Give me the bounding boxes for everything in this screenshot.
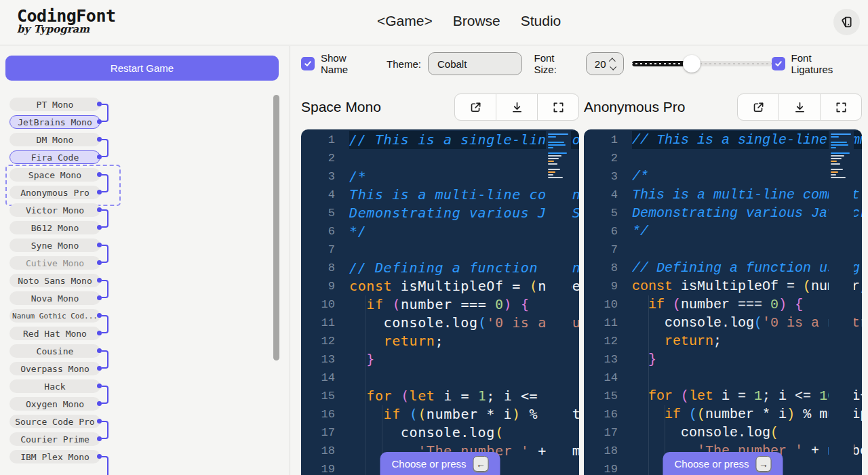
choose-left-button[interactable]: Choose or press ←	[380, 452, 500, 475]
font-pill[interactable]: Anonymous Pro	[9, 186, 100, 199]
slider-thumb[interactable]	[683, 55, 701, 73]
nav-item-game[interactable]: <Game>	[377, 13, 433, 29]
panel-actions	[454, 94, 579, 121]
choose-right-button[interactable]: Choose or press →	[663, 452, 783, 475]
code-text	[349, 149, 579, 167]
bracket-connector	[102, 104, 108, 122]
code-line: 2	[584, 149, 862, 167]
font-pill[interactable]: Noto Sans Mono	[9, 274, 100, 287]
bracket-connector	[102, 280, 108, 298]
font-pill[interactable]: Fira Code	[9, 150, 100, 164]
code-text: const isMultipleOf = (number, multiple) …	[349, 277, 579, 295]
font-pill[interactable]: Victor Mono	[9, 203, 100, 217]
panel-title: Space Mono	[301, 99, 381, 115]
code-line: 16 if ((number * i) % multiple === 0) {	[584, 405, 862, 424]
bracket-pair: DM MonoFira Code	[9, 133, 118, 164]
bracket-pair: IBM Plex Mono	[9, 450, 118, 463]
stepper-chevrons-icon[interactable]	[610, 58, 615, 70]
line-number: 3	[584, 167, 618, 186]
font-pill[interactable]: Cutive Mono	[9, 256, 100, 270]
code-line: 3/*	[301, 167, 579, 186]
bracket-pair: Noto Sans MonoNova Mono	[9, 274, 118, 305]
font-pill[interactable]: Cousine	[9, 344, 100, 358]
font-pill[interactable]: PT Mono	[9, 98, 100, 111]
bracket-pair: CousineOverpass Mono	[9, 344, 118, 375]
code-line: 15 for (let i = 1; i <= 10; i++) {	[584, 387, 862, 405]
minimap[interactable]	[829, 129, 854, 475]
code-text	[349, 241, 579, 259]
font-pill[interactable]: Oxygen Mono	[9, 397, 100, 411]
bracket-pair: PT MonoJetBrains Mono	[9, 98, 118, 129]
open-external-button[interactable]	[455, 94, 496, 120]
restart-game-button[interactable]: Restart Game	[5, 56, 279, 81]
font-pill[interactable]: JetBrains Mono	[9, 115, 100, 129]
font-size-slider[interactable]	[632, 55, 772, 73]
sidebar-scrollbar-thumb[interactable]	[273, 95, 279, 360]
font-pill[interactable]: Syne Mono	[9, 239, 100, 252]
font-panel-right: Anonymous Pro 1// This is a single-line …	[584, 94, 862, 475]
font-pill[interactable]: Nanum Gothic Cod...	[9, 309, 100, 323]
fullscreen-button[interactable]	[820, 94, 861, 120]
line-number: 4	[584, 186, 618, 204]
code-text: console.log(	[349, 424, 579, 442]
font-size-stepper[interactable]: 20	[586, 52, 624, 75]
color-swatch-button[interactable]	[833, 9, 860, 35]
font-ligatures-checkbox[interactable]	[772, 57, 785, 70]
code-text: const isMultipleOf = (number, multiple) …	[632, 277, 862, 295]
bracket-connector	[102, 350, 108, 369]
slider-track-empty[interactable]	[692, 61, 771, 66]
code-text: /*	[349, 167, 579, 186]
bracket-dot	[97, 119, 102, 124]
font-pill[interactable]: IBM Plex Mono	[9, 450, 100, 463]
line-number: 3	[301, 167, 335, 186]
compare-stage: Space Mono 1// This is a single-line com…	[291, 81, 868, 475]
color-swatch-icon	[840, 15, 854, 29]
bracket-dot	[97, 137, 102, 142]
code-text: console.log('0 is a neutral element');	[632, 314, 862, 332]
fullscreen-button[interactable]	[537, 94, 578, 120]
code-line: 16 if ((number * i) % multiple === 0) {	[301, 405, 579, 424]
line-number: 1	[301, 131, 335, 149]
bracket-connector	[102, 209, 108, 228]
bracket-connector	[102, 174, 108, 192]
code-line: 3/*	[584, 167, 862, 186]
font-pill[interactable]: B612 Mono	[9, 221, 100, 234]
font-pill[interactable]: Source Code Pro	[9, 415, 100, 428]
minimap[interactable]	[546, 129, 571, 475]
line-number: 7	[584, 241, 618, 259]
line-number: 15	[584, 387, 618, 405]
show-name-checkbox[interactable]	[301, 57, 315, 70]
font-pill[interactable]: Nova Mono	[9, 291, 100, 305]
download-button[interactable]	[496, 94, 537, 120]
font-pill[interactable]: Hack	[9, 379, 100, 393]
bracket-dot	[97, 313, 102, 318]
font-pill[interactable]: Red Hat Mono	[9, 327, 100, 340]
font-size-value: 20	[595, 58, 606, 70]
code-text: console.log(	[632, 424, 862, 442]
font-pill[interactable]: Space Mono	[9, 168, 100, 182]
code-line: 17 console.log(	[301, 424, 579, 442]
font-pill[interactable]: Courier Prime	[9, 432, 100, 446]
code-text	[349, 369, 579, 387]
code-line: 4This is a multi-line comment example	[301, 186, 579, 204]
nav-item-browse[interactable]: Browse	[453, 13, 500, 29]
panel-header: Anonymous Pro	[584, 94, 862, 121]
theme-select[interactable]: Cobalt	[428, 52, 522, 75]
bracket-pair: Source Code ProCourier Prime	[9, 415, 118, 446]
open-external-button[interactable]	[738, 94, 778, 120]
line-number: 17	[584, 424, 618, 442]
app-logo[interactable]: CodingFont by Typogram	[17, 6, 116, 35]
bracket-dot	[97, 225, 102, 230]
nav-item-studio[interactable]: Studio	[521, 13, 561, 29]
code-text: }	[632, 350, 862, 369]
bracket-dot	[97, 436, 102, 441]
code-line: 1// This is a single-line comment exampl…	[584, 131, 862, 149]
download-button[interactable]	[778, 94, 820, 120]
main-nav: <Game> Browse Studio	[377, 13, 561, 29]
line-number: 10	[301, 295, 335, 314]
code-text: if (number === 0) {	[349, 295, 579, 314]
bracket-connector	[102, 139, 108, 157]
font-pill[interactable]: Overpass Mono	[9, 362, 100, 375]
font-pill[interactable]: DM Mono	[9, 133, 100, 146]
code-text: for (let i = 1; i <= 10; i++) {	[632, 387, 862, 405]
